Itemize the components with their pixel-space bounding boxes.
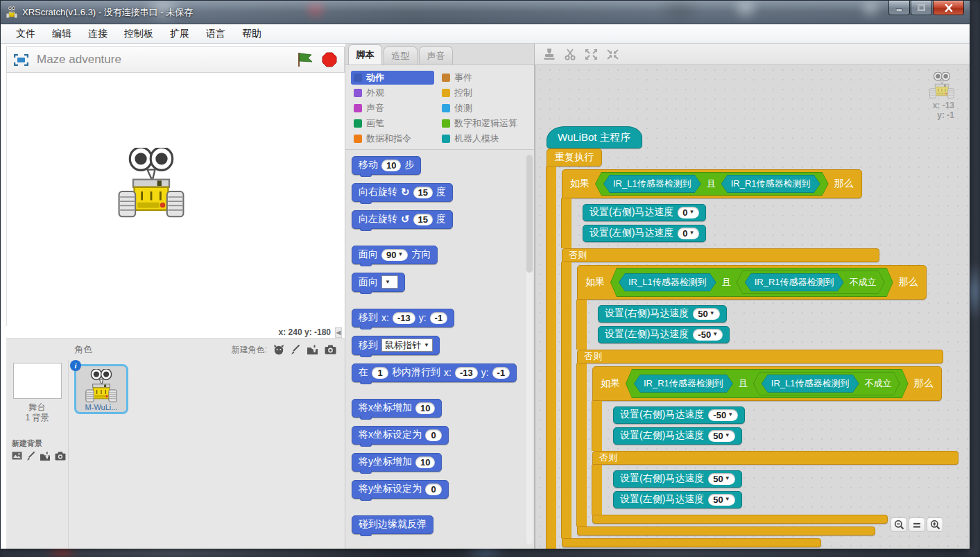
- and-operator-block[interactable]: IR_L1传感器检测到且IR_R1传感器检测到: [595, 172, 829, 196]
- category-机器人模块[interactable]: 机器人模块: [439, 132, 520, 146]
- palette-block[interactable]: 移到鼠标指针▼: [352, 336, 440, 355]
- set-motor-speed-block[interactable]: 设置(左侧)马达速度0▼: [583, 225, 706, 242]
- forever-loop-block[interactable]: 重复执行如果IR_L1传感器检测到且IR_R1传感器检测到那么设置(右侧)马达速…: [547, 148, 958, 549]
- fullscreen-icon[interactable]: [14, 54, 28, 66]
- tab-脚本[interactable]: 脚本: [348, 44, 382, 65]
- value-input[interactable]: -13: [393, 312, 415, 324]
- set-motor-speed-block[interactable]: 设置(右侧)马达速度-50▼: [613, 406, 745, 424]
- not-operator-block[interactable]: IR_L1传感器检测到不成立: [753, 372, 900, 395]
- value-dropdown[interactable]: -50▼: [693, 329, 723, 341]
- menu-item-6[interactable]: 语言: [199, 26, 232, 42]
- category-画笔[interactable]: 画笔: [351, 117, 439, 130]
- if-else-block[interactable]: 如果IR_L1传感器检测到且IR_R1传感器检测到不成立那么设置(右侧)马达速度…: [577, 265, 958, 535]
- collapse-arrow-icon[interactable]: ◀: [335, 327, 342, 338]
- set-motor-speed-block[interactable]: 设置(右侧)马达速度50▼: [598, 305, 727, 323]
- menu-item-3[interactable]: 连接: [81, 26, 114, 42]
- scissors-icon[interactable]: [564, 49, 576, 60]
- category-数据和指令[interactable]: 数据和指令: [351, 132, 439, 146]
- value-input[interactable]: 0: [425, 429, 442, 441]
- not-operator-block[interactable]: IR_R1传感器检测到不成立: [737, 271, 885, 294]
- menu-item-7[interactable]: 帮助: [235, 26, 268, 42]
- category-控制[interactable]: 控制: [439, 86, 520, 100]
- value-input[interactable]: 10: [381, 160, 401, 171]
- category-数字和逻辑运算[interactable]: 数字和逻辑运算: [439, 117, 520, 130]
- sprite-tile[interactable]: i M-WuLi...: [74, 364, 128, 414]
- paintbrush-icon[interactable]: [291, 345, 300, 355]
- value-input[interactable]: 1: [372, 367, 388, 379]
- set-motor-speed-block[interactable]: 设置(左侧)马达速度-50▼: [598, 326, 730, 343]
- palette-block[interactable]: 面向▼: [352, 273, 405, 292]
- value-input[interactable]: 0: [425, 483, 442, 495]
- robot-sprite[interactable]: [118, 148, 184, 218]
- sensor-reporter-block[interactable]: IR_R1传感器检测到: [745, 273, 844, 291]
- maximize-button[interactable]: [911, 1, 932, 15]
- if-else-block[interactable]: 如果IR_R1传感器检测到且IR_L1传感器检测到不成立那么设置(右侧)马达速度…: [592, 366, 958, 524]
- palette-block[interactable]: 碰到边缘就反弹: [352, 515, 433, 534]
- value-dropdown[interactable]: 90▼: [381, 249, 408, 261]
- palette-block[interactable]: 移到x:-13y:-1: [352, 309, 454, 327]
- if-else-block[interactable]: 如果IR_L1传感器检测到且IR_R1传感器检测到那么设置(右侧)马达速度0▼设…: [562, 169, 958, 547]
- set-motor-speed-block[interactable]: 设置(右侧)马达速度50▼: [613, 470, 742, 488]
- new-sprite-icon[interactable]: [273, 345, 284, 355]
- stop-icon[interactable]: [322, 52, 337, 67]
- palette-block[interactable]: 向左旋转↺15度: [352, 210, 453, 229]
- value-input[interactable]: -13: [455, 367, 478, 379]
- paintbrush-icon[interactable]: [26, 452, 35, 463]
- palette-block[interactable]: 将y坐标增加10: [352, 453, 442, 472]
- script-canvas[interactable]: WuLiBot 主程序重复执行如果IR_L1传感器检测到且IR_R1传感器检测到…: [535, 65, 970, 549]
- palette-block[interactable]: 将y坐标设定为0: [352, 480, 449, 499]
- set-motor-speed-block[interactable]: 设置(左侧)马达速度50▼: [613, 427, 742, 445]
- tab-声音[interactable]: 声音: [419, 46, 453, 65]
- sensor-reporter-block[interactable]: IR_L1传感器检测到: [603, 175, 701, 193]
- menu-item-4[interactable]: 控制板: [117, 26, 160, 42]
- sensor-reporter-block[interactable]: IR_L1传感器检测到: [762, 375, 859, 393]
- sensor-reporter-block[interactable]: IR_R1传感器检测到: [634, 375, 733, 393]
- value-dropdown[interactable]: 50▼: [693, 308, 719, 320]
- value-input[interactable]: 10: [415, 456, 435, 468]
- zoom-in-icon[interactable]: [927, 517, 943, 532]
- category-事件[interactable]: 事件: [439, 71, 520, 85]
- title-bar[interactable]: XRScratch(v1.6.3) - 没有连接串口 - 未保存: [1, 1, 970, 24]
- minimize-button[interactable]: [888, 1, 910, 15]
- palette-block[interactable]: 面向90▼方向: [352, 246, 438, 264]
- category-声音[interactable]: 声音: [351, 101, 439, 115]
- sensor-reporter-block[interactable]: IR_R1传感器检测到: [721, 175, 820, 193]
- menu-item-1[interactable]: 文件: [9, 26, 42, 42]
- sensor-reporter-block[interactable]: IR_L1传感器检测到: [619, 273, 716, 291]
- value-dropdown[interactable]: 50▼: [708, 494, 734, 506]
- value-input[interactable]: 15: [413, 214, 433, 225]
- upload-icon[interactable]: [307, 345, 318, 355]
- stage-canvas[interactable]: [6, 73, 345, 326]
- camera-icon[interactable]: [55, 452, 66, 463]
- backdrop-image-icon[interactable]: [12, 452, 22, 463]
- category-外观[interactable]: 外观: [351, 86, 439, 100]
- category-动作[interactable]: 动作: [351, 71, 434, 85]
- and-operator-block[interactable]: IR_L1传感器检测到且IR_R1传感器检测到不成立: [610, 268, 893, 297]
- zoom-out-icon[interactable]: [891, 517, 907, 532]
- palette-block[interactable]: 向右旋转↻15度: [352, 183, 453, 202]
- shrink-icon[interactable]: [606, 49, 619, 60]
- palette-block[interactable]: 移动10步: [352, 156, 421, 175]
- camera-icon[interactable]: [325, 345, 336, 354]
- set-motor-speed-block[interactable]: 设置(右侧)马达速度0▼: [583, 204, 706, 221]
- menu-item-5[interactable]: 扩展: [163, 26, 196, 42]
- stamp-icon[interactable]: [543, 49, 556, 60]
- value-dropdown[interactable]: 50▼: [708, 430, 734, 442]
- set-motor-speed-block[interactable]: 设置(左侧)马达速度50▼: [613, 491, 742, 508]
- value-dropdown[interactable]: 50▼: [708, 473, 734, 485]
- and-operator-block[interactable]: IR_R1传感器检测到且IR_L1传感器检测到不成立: [626, 369, 909, 398]
- value-input[interactable]: 15: [413, 187, 433, 198]
- tab-造型[interactable]: 造型: [384, 46, 418, 65]
- zoom-reset-icon[interactable]: [909, 517, 925, 532]
- palette-block[interactable]: 将x坐标增加10: [352, 399, 442, 418]
- menu-item-2[interactable]: 编辑: [45, 26, 78, 42]
- value-dropdown[interactable]: -50▼: [708, 409, 738, 421]
- value-input[interactable]: -1: [430, 312, 448, 324]
- hat-block[interactable]: WuLiBot 主程序: [547, 126, 642, 148]
- palette-block[interactable]: 在1秒内滑行到x:-13y:-1: [352, 363, 517, 382]
- close-button[interactable]: [933, 1, 964, 15]
- dropdown-menu[interactable]: ▼: [381, 275, 398, 289]
- value-input[interactable]: -1: [492, 367, 510, 379]
- value-dropdown[interactable]: 0▼: [678, 207, 699, 218]
- grow-icon[interactable]: [585, 49, 598, 60]
